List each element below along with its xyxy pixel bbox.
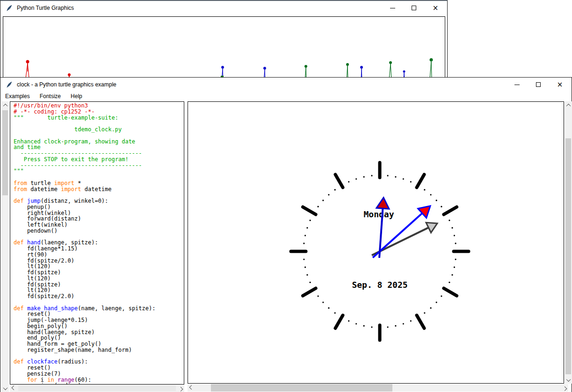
clock-hour-tick: [335, 315, 343, 328]
code-hscroll-thumb[interactable]: [18, 385, 176, 391]
close-icon: ×: [433, 6, 439, 10]
clock-minute-dot: [348, 181, 349, 182]
clock-minute-dot: [410, 320, 412, 321]
clock-minute-dot: [395, 176, 396, 178]
figure-head-dot: [221, 66, 224, 69]
scroll-down-arrow[interactable]: [1, 385, 9, 392]
clock-hour-tick: [303, 207, 316, 214]
figure-head-dot: [26, 60, 29, 64]
scroll-left-arrow[interactable]: [188, 384, 195, 392]
maximize-button[interactable]: [406, 2, 422, 14]
clock-window-titlebar[interactable]: clock - a Python turtle graphics example…: [0, 78, 572, 92]
scroll-up-arrow[interactable]: [1, 101, 9, 109]
code-text[interactable]: #!/usr/bin/env python3# -*- coding: cp12…: [10, 101, 184, 385]
canvas-vscroll-thumb[interactable]: [565, 138, 571, 374]
clock-minute-dot: [395, 325, 396, 327]
clock-minute-dot: [455, 258, 456, 260]
menu-fontsize[interactable]: Fontsize: [40, 93, 61, 100]
close-button[interactable]: ×: [427, 2, 443, 14]
scroll-left-arrow[interactable]: [10, 385, 17, 392]
clock-minute-dot: [306, 227, 308, 228]
clock-minute-dot: [304, 235, 306, 236]
clock-minute-dot: [303, 258, 304, 260]
clock-minute-dot: [424, 312, 425, 314]
clock-minute-dot: [318, 206, 319, 207]
clock-minute-dot: [371, 327, 372, 328]
clock-hour-tick: [335, 174, 343, 187]
clock-minute-dot: [449, 220, 450, 221]
clock-minute-dot: [318, 295, 319, 297]
figure-head-dot: [346, 63, 349, 66]
clock-minute-dot: [403, 323, 404, 324]
clock-minute-dot: [328, 194, 329, 195]
menubar: Examples Fontsize Help: [0, 92, 572, 101]
clock-hand-hour-arrowhead: [377, 198, 389, 209]
scroll-right-arrow[interactable]: [561, 384, 568, 392]
clock-minute-dot: [348, 320, 349, 321]
clock-hour-tick: [303, 288, 316, 296]
code-line: tdemo_clock.py: [14, 127, 184, 133]
turtle-window-title: Python Turtle Graphics: [17, 5, 74, 11]
clock-weekday-label: Monday: [363, 209, 394, 219]
clock-minute-dot: [334, 189, 336, 191]
clock-minute-dot: [454, 266, 455, 268]
minimize-button[interactable]: [384, 2, 400, 14]
figure-head-dot: [68, 73, 71, 76]
code-vertical-scrollbar[interactable]: [1, 101, 9, 392]
clock-minute-dot: [309, 220, 311, 221]
code-vscroll-thumb[interactable]: [2, 110, 8, 195]
turtle-feather-icon: [6, 4, 13, 12]
clock-minute-dot: [451, 227, 453, 228]
code-line: ------------------------------------: [14, 163, 184, 169]
clock-minute-dot: [430, 194, 431, 195]
minimize-button[interactable]: [509, 78, 525, 91]
canvas-horizontal-scrollbar[interactable]: [188, 384, 568, 392]
scroll-down-arrow[interactable]: [565, 376, 572, 384]
clock-minute-dot: [363, 325, 365, 327]
clock-hour-tick: [444, 207, 457, 214]
clock-minute-dot: [322, 301, 324, 303]
menu-help[interactable]: Help: [71, 93, 82, 100]
clock-minute-dot: [410, 181, 412, 182]
clock-minute-dot: [441, 295, 442, 297]
clock-minute-dot: [334, 312, 336, 314]
clock-canvas-svg: MondaySep. 8 2025: [188, 102, 564, 383]
clock-minute-dot: [430, 307, 431, 309]
code-line: fd(spitze/2.0): [14, 293, 184, 299]
code-line: register_shape(name, hand_form): [14, 347, 184, 353]
clock-minute-dot: [309, 282, 311, 283]
clock-minute-dot: [303, 242, 304, 244]
maximize-button[interactable]: [530, 78, 546, 91]
clock-minute-dot: [424, 189, 425, 191]
scroll-up-arrow[interactable]: [565, 101, 572, 109]
code-line: from datetime import datetime: [14, 186, 184, 192]
clock-minute-dot: [371, 175, 372, 176]
clock-minute-dot: [355, 323, 357, 324]
clock-minute-dot: [304, 266, 306, 268]
figure-head-dot: [360, 66, 363, 69]
canvas-vertical-scrollbar[interactable]: [565, 101, 572, 384]
clock-minute-dot: [403, 178, 404, 179]
turtle-window-titlebar[interactable]: Python Turtle Graphics ×: [0, 1, 447, 15]
close-button[interactable]: ×: [552, 78, 568, 91]
menu-examples[interactable]: Examples: [5, 93, 30, 100]
clock-minute-dot: [455, 242, 456, 244]
figure-head-dot: [304, 65, 307, 68]
clock-minute-dot: [387, 327, 388, 328]
clock-minute-dot: [449, 282, 450, 283]
clock-example-window: clock - a Python turtle graphics example…: [0, 77, 572, 392]
scroll-right-arrow[interactable]: [177, 385, 184, 392]
minimize-icon: [390, 8, 395, 8]
clock-date-label: Sep. 8 2025: [352, 280, 407, 290]
code-line: """ turtle-example-suite:: [14, 115, 184, 121]
clock-minute-dot: [363, 176, 365, 178]
maximize-icon: [536, 82, 541, 87]
code-horizontal-scrollbar[interactable]: [10, 385, 184, 392]
code-line: """: [14, 168, 184, 174]
figure-head-dot: [389, 61, 392, 64]
clock-minute-dot: [387, 175, 388, 176]
clock-minute-dot: [454, 235, 455, 236]
canvas-hscroll-thumb[interactable]: [211, 384, 392, 392]
clock-minute-dot: [322, 200, 324, 201]
clock-minute-dot: [355, 178, 357, 179]
